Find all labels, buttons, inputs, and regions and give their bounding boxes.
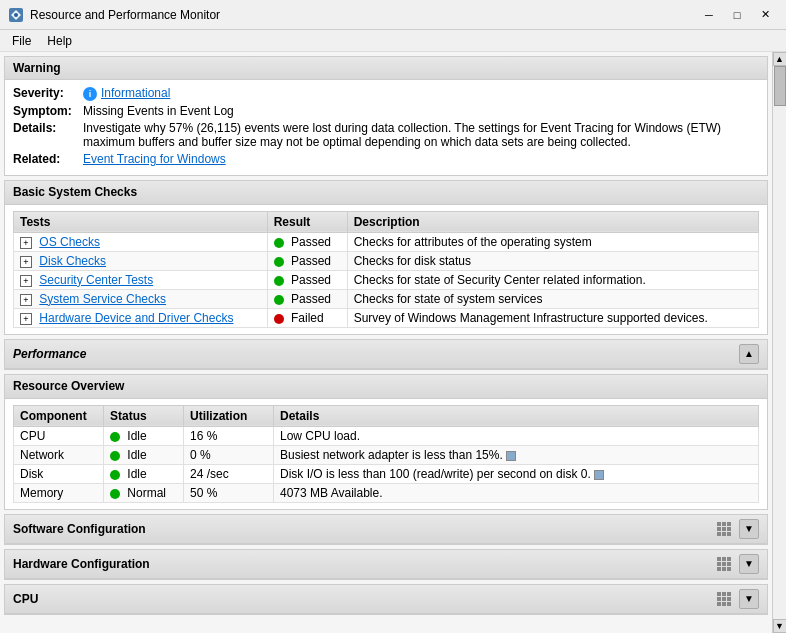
performance-header[interactable]: Performance ▲ <box>5 340 767 369</box>
checks-test-link[interactable]: System Service Checks <box>39 292 166 306</box>
resource-status-cell: Idle <box>104 426 184 445</box>
details-label: Details: <box>13 121 83 135</box>
menu-file[interactable]: File <box>4 32 39 50</box>
basic-system-checks-section: Basic System Checks Tests Result Descrip… <box>4 180 768 335</box>
related-link[interactable]: Event Tracing for Windows <box>83 152 226 166</box>
info-icon: i <box>83 87 97 101</box>
col-result: Result <box>267 211 347 232</box>
resource-row: Disk Idle 24 /sec Disk I/O is less than … <box>14 464 759 483</box>
resource-component-cell: Memory <box>14 483 104 502</box>
severity-row: Severity: iInformational <box>13 86 759 101</box>
symptom-value: Missing Events in Event Log <box>83 104 759 118</box>
resource-status-text: Normal <box>127 486 166 500</box>
resource-status-cell: Idle <box>104 445 184 464</box>
basic-system-checks-header: Basic System Checks <box>5 181 767 205</box>
scroll-panel[interactable]: Warning Severity: iInformational Symptom… <box>0 52 772 633</box>
checks-result-cell: Passed <box>267 232 347 251</box>
title-bar-text: Resource and Performance Monitor <box>30 8 696 22</box>
minimize-button[interactable]: ─ <box>696 4 722 26</box>
checks-test-link[interactable]: Security Center Tests <box>39 273 153 287</box>
checks-result-text: Failed <box>291 311 324 325</box>
resource-row: Network Idle 0 % Busiest network adapter… <box>14 445 759 464</box>
expand-icon[interactable]: + <box>20 256 32 268</box>
close-button[interactable]: ✕ <box>752 4 778 26</box>
resource-status-cell: Idle <box>104 464 184 483</box>
col-utilization: Utilization <box>184 405 274 426</box>
warning-header: Warning <box>5 57 767 80</box>
resource-component-cell: Disk <box>14 464 104 483</box>
expand-icon[interactable]: + <box>20 294 32 306</box>
status-dot <box>274 257 284 267</box>
resource-status-text: Idle <box>127 467 146 481</box>
col-status: Status <box>104 405 184 426</box>
status-dot <box>274 238 284 248</box>
expand-icon[interactable]: + <box>20 275 32 287</box>
hardware-config-right: ▼ <box>717 554 759 574</box>
performance-section: Performance ▲ <box>4 339 768 370</box>
checks-result-cell: Failed <box>267 308 347 327</box>
resource-details-cell: Low CPU load. <box>274 426 759 445</box>
resource-overview-header: Resource Overview <box>5 375 767 399</box>
software-collapse-btn[interactable]: ▼ <box>739 519 759 539</box>
resource-status-text: Idle <box>127 448 146 462</box>
hardware-configuration-section: Hardware Configuration ▼ <box>4 549 768 580</box>
basic-system-checks-title: Basic System Checks <box>13 185 137 199</box>
checks-result-text: Passed <box>291 254 331 268</box>
checks-result-text: Passed <box>291 235 331 249</box>
resource-utilization-cell: 24 /sec <box>184 464 274 483</box>
status-dot <box>110 451 120 461</box>
checks-desc-cell: Checks for state of system services <box>347 289 758 308</box>
checks-test-cell: + Security Center Tests <box>14 270 268 289</box>
hardware-configuration-title: Hardware Configuration <box>13 557 150 571</box>
scrollbar-thumb[interactable] <box>774 66 786 106</box>
menu-help[interactable]: Help <box>39 32 80 50</box>
checks-test-link[interactable]: Disk Checks <box>39 254 106 268</box>
cpu-grid-icon <box>717 592 731 606</box>
scroll-up-arrow[interactable]: ▲ <box>773 52 787 66</box>
software-grid-icon <box>717 522 731 536</box>
resource-component-cell: Network <box>14 445 104 464</box>
resource-details-cell: 4073 MB Available. <box>274 483 759 502</box>
hardware-collapse-btn[interactable]: ▼ <box>739 554 759 574</box>
performance-title: Performance <box>13 347 86 361</box>
checks-test-link[interactable]: Hardware Device and Driver Checks <box>39 311 233 325</box>
expand-icon[interactable]: + <box>20 237 32 249</box>
checks-row: + System Service Checks Passed Checks fo… <box>14 289 759 308</box>
title-bar: Resource and Performance Monitor ─ □ ✕ <box>0 0 786 30</box>
checks-test-link[interactable]: OS Checks <box>39 235 100 249</box>
cpu-section: CPU ▼ <box>4 584 768 615</box>
warning-title: Warning <box>13 61 61 75</box>
related-label: Related: <box>13 152 83 166</box>
resource-details-cell: Busiest network adapter is less than 15%… <box>274 445 759 464</box>
scrollbar[interactable]: ▲ ▼ <box>772 52 786 633</box>
checks-table: Tests Result Description + OS Checks Pas… <box>13 211 759 328</box>
severity-link[interactable]: Informational <box>101 86 170 100</box>
cpu-title: CPU <box>13 592 38 606</box>
performance-collapse-btn[interactable]: ▲ <box>739 344 759 364</box>
checks-result-cell: Passed <box>267 289 347 308</box>
resource-overview-content: Component Status Utilization Details CPU… <box>5 399 767 509</box>
checks-desc-cell: Checks for disk status <box>347 251 758 270</box>
details-row: Details: Investigate why 57% (26,115) ev… <box>13 121 759 149</box>
scroll-down-arrow[interactable]: ▼ <box>773 619 787 633</box>
svg-point-1 <box>14 13 18 17</box>
software-configuration-title: Software Configuration <box>13 522 146 536</box>
resource-utilization-cell: 16 % <box>184 426 274 445</box>
symptom-label: Symptom: <box>13 104 83 118</box>
scrollbar-track[interactable] <box>773 66 786 619</box>
resource-status-text: Idle <box>127 429 146 443</box>
related-row: Related: Event Tracing for Windows <box>13 152 759 166</box>
hardware-configuration-header[interactable]: Hardware Configuration ▼ <box>5 550 767 579</box>
cpu-header[interactable]: CPU ▼ <box>5 585 767 614</box>
resource-overview-title: Resource Overview <box>13 379 124 393</box>
expand-icon[interactable]: + <box>20 313 32 325</box>
cpu-collapse-btn[interactable]: ▼ <box>739 589 759 609</box>
basic-system-checks-content: Tests Result Description + OS Checks Pas… <box>5 205 767 334</box>
maximize-button[interactable]: □ <box>724 4 750 26</box>
resource-row: Memory Normal 50 % 4073 MB Available. <box>14 483 759 502</box>
status-dot <box>110 470 120 480</box>
software-configuration-header[interactable]: Software Configuration ▼ <box>5 515 767 544</box>
checks-test-cell: + Hardware Device and Driver Checks <box>14 308 268 327</box>
checks-desc-cell: Survey of Windows Management Infrastruct… <box>347 308 758 327</box>
software-configuration-section: Software Configuration ▼ <box>4 514 768 545</box>
